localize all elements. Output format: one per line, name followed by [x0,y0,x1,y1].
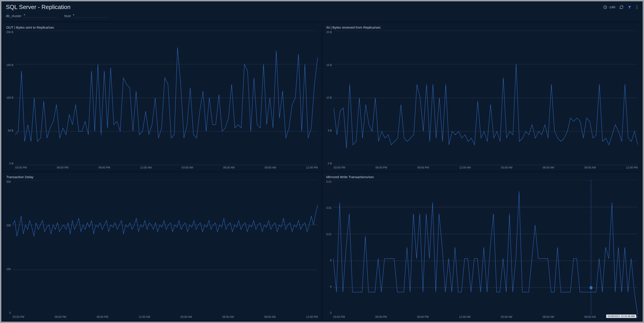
y-tick: 0.01 [326,180,332,183]
x-tick: 03:00 PM [334,166,345,169]
x-tick: 09:00 PM [417,315,429,319]
panel-title: OUT | Bytes sent to Replica/sec [6,25,318,29]
x-tick: 06:00 PM [376,166,387,169]
filter-value-db-cluster[interactable]: * [24,13,58,18]
plot-area[interactable] [13,180,318,315]
svg-point-22 [590,286,592,289]
x-tick: 06:00 AM [543,166,554,169]
x-tick: 06:00 PM [375,315,387,319]
panel-title: IN | Bytes received from Replica/sec [326,25,638,29]
x-tick: 12:00 AM [459,315,470,319]
y-tick: 0 [330,285,332,288]
y-tick: 0 [330,311,332,315]
y-tick: 15 B [326,63,332,67]
x-axis: 03:00 PM06:00 PM09:00 PM12:00 AM03:00 AM… [15,165,318,169]
x-tick: 06:00 PM [57,166,68,169]
x-tick: 03:00 AM [501,166,512,169]
chart-body[interactable]: 200 B150 B100 B50 B0 B03:00 PM06:00 PM09… [6,31,318,169]
y-tick: 0 [330,259,332,262]
plot-column: 03:00 PM06:00 PM09:00 PM12:00 AM03:00 AM… [334,31,638,169]
x-axis: 03:00 PM06:00 PM09:00 PM12:00 AM03:00 AM… [13,315,318,319]
chart-body[interactable]: 20 B15 B10 B5 B0 B03:00 PM06:00 PM09:00 … [326,31,638,169]
y-axis: 0.010.010.01000 [326,180,333,319]
x-tick: 12:00 PM [306,166,318,169]
y-tick: 50 B [8,129,14,132]
filter-icon[interactable] [628,5,632,9]
filter-label: db_cluster [6,14,22,18]
y-tick: 150 B [6,63,13,67]
filter-bar: db_cluster * host * [1,12,643,21]
x-tick: 12:00 PM [306,315,318,319]
x-tick: 12:00 AM [459,166,471,169]
filter-db-cluster: db_cluster * [6,13,58,18]
y-axis: 20 B15 B10 B5 B0 B [326,31,334,169]
chart-body[interactable]: 0.010.010.0100001/06/2021 10:25:48 AM03:… [326,180,638,319]
x-tick: 09:00 AM [264,315,276,319]
y-tick: 0.01 [326,206,332,210]
y-tick: 10 B [326,96,332,99]
x-tick: 06:00 AM [542,315,554,319]
x-tick: 09:00 PM [97,315,108,319]
y-tick: 0 B [9,162,13,165]
plot-column: 03:00 PM06:00 PM09:00 PM12:00 AM03:00 AM… [13,180,318,319]
refresh-icon[interactable] [620,5,624,9]
time-range-label: -24h [608,5,615,9]
filter-value-host[interactable]: * [73,13,107,18]
x-tick: 12:00 PM [626,166,638,169]
x-axis: 03:00 PM06:00 PM09:00 PM12:00 AM03:00 AM… [333,315,638,319]
y-tick: 100 B [6,96,13,99]
panel-title: Mirrored Write Transactions/sec [326,175,638,179]
x-tick: 06:00 AM [223,166,235,169]
x-tick: 09:00 AM [584,315,596,319]
y-tick: 20 B [326,31,332,34]
dashboard-root: SQL Server - Replication -24h db_cluster… [1,1,643,322]
chart-body[interactable]: 300200100003:00 PM06:00 PM09:00 PM12:00 … [6,180,318,319]
x-tick: 12:00 AM [139,315,150,319]
x-tick: 03:00 AM [182,166,193,169]
chart-panel: OUT | Bytes sent to Replica/sec200 B150 … [3,23,321,171]
chart-panel: Mirrored Write Transactions/sec0.010.010… [323,172,641,321]
x-axis: 03:00 PM06:00 PM09:00 PM12:00 AM03:00 AM… [334,165,638,169]
x-tick: 03:00 AM [501,315,512,319]
plot-area[interactable] [334,31,638,165]
y-tick: 5 B [328,129,332,132]
x-tick: 06:00 PM [54,315,66,319]
plot-column: 03:00 PM06:00 PM09:00 PM12:00 AM03:00 AM… [15,31,318,169]
filter-label: host [64,14,70,18]
x-tick: 09:00 PM [98,166,110,169]
chart-panel: Transaction Delay300200100003:00 PM06:00… [3,172,321,321]
y-tick: 0 [9,311,11,315]
plot-column: 01/06/2021 10:25:48 AM03:00 PM06:00 PM09… [333,180,638,319]
x-tick: 09:00 AM [584,166,596,169]
plot-area[interactable] [333,180,638,315]
x-tick: 03:00 PM [15,166,26,169]
header-actions: -24h [603,5,638,9]
panel-grid: OUT | Bytes sent to Replica/sec200 B150 … [1,21,643,322]
x-tick: 03:00 AM [180,315,192,319]
plot-area[interactable] [15,31,318,165]
y-tick: 200 B [6,31,13,34]
x-tick: 03:00 PM [333,315,345,319]
x-tick: 06:00 AM [222,315,234,319]
header-bar: SQL Server - Replication -24h [1,1,643,12]
x-tick: 12:00 AM [140,166,152,169]
x-tick: 12:00 PM [626,315,638,319]
page-title: SQL Server - Replication [6,3,603,10]
y-tick: 100 [6,268,11,271]
time-range-picker[interactable]: -24h [603,5,615,9]
y-tick: 200 [6,224,11,227]
filter-host: host * [64,13,107,18]
y-tick: 0.01 [326,233,332,236]
clock-icon [603,5,607,9]
y-tick: 0 B [328,162,332,165]
x-tick: 09:00 AM [265,166,276,169]
y-tick: 300 [6,180,11,183]
more-menu-icon[interactable] [636,5,638,9]
x-tick: 09:00 PM [418,166,429,169]
chart-panel: IN | Bytes received from Replica/sec20 B… [323,23,641,171]
panel-title: Transaction Delay [6,175,318,179]
y-axis: 200 B150 B100 B50 B0 B [6,31,15,169]
x-tick: 03:00 PM [13,315,24,319]
y-axis: 3002001000 [6,180,13,319]
